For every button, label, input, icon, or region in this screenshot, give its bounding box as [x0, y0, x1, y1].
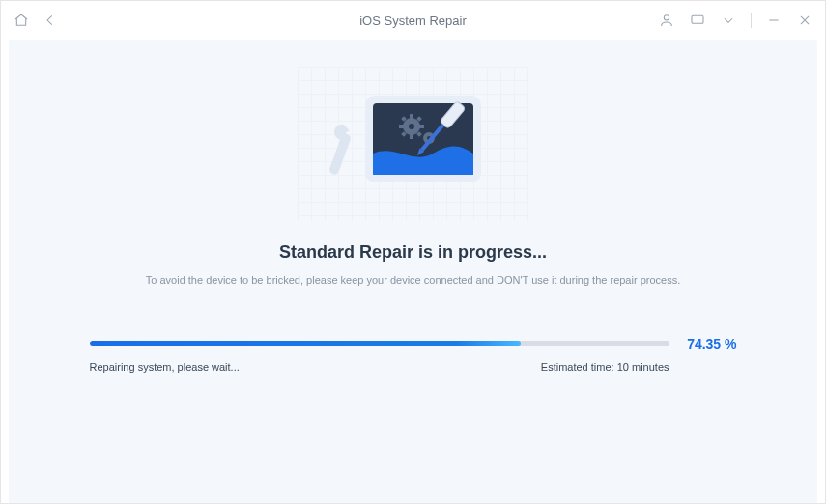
- svg-rect-10: [418, 125, 424, 128]
- progress-heading: Standard Repair is in progress...: [279, 242, 547, 263]
- progress-percent: 74.35 %: [679, 336, 737, 351]
- svg-point-6: [409, 124, 414, 129]
- progress-status-text: Repairing system, please wait...: [90, 361, 240, 373]
- window-title: iOS System Repair: [359, 14, 467, 28]
- content-area: Standard Repair is in progress... To avo…: [9, 40, 817, 503]
- titlebar: iOS System Repair: [1, 1, 825, 40]
- svg-point-0: [664, 15, 669, 20]
- svg-rect-9: [399, 125, 405, 128]
- back-icon[interactable]: [42, 12, 59, 29]
- divider: [751, 13, 752, 28]
- svg-rect-7: [410, 114, 413, 120]
- minimize-icon[interactable]: [765, 12, 783, 29]
- user-icon[interactable]: [658, 12, 675, 29]
- titlebar-right: [658, 12, 813, 29]
- progress-area: 74.35 % Repairing system, please wait...…: [90, 336, 737, 373]
- progress-track: [90, 341, 669, 346]
- chevron-down-icon[interactable]: [720, 12, 737, 29]
- progress-subtext: To avoid the device to be bricked, pleas…: [146, 272, 680, 290]
- titlebar-left: [13, 12, 59, 29]
- repair-illustration: [298, 67, 529, 221]
- progress-eta-text: Estimated time: 10 minutes: [541, 361, 669, 373]
- progress-fill: [90, 341, 521, 346]
- feedback-icon[interactable]: [689, 12, 706, 29]
- home-icon[interactable]: [13, 12, 30, 29]
- close-icon[interactable]: [796, 12, 813, 29]
- svg-rect-8: [410, 133, 413, 139]
- progress-labels: Repairing system, please wait... Estimat…: [90, 361, 737, 373]
- progress-bar-row: 74.35 %: [90, 336, 737, 351]
